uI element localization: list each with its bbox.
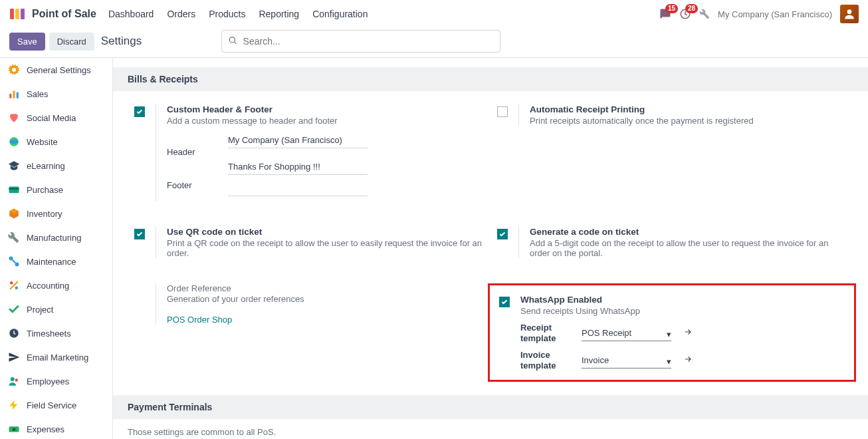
cash-icon xyxy=(8,423,20,435)
messages-badge: 15 xyxy=(665,4,678,13)
header-input[interactable] xyxy=(228,132,368,148)
nav-reporting[interactable]: Reporting xyxy=(259,9,299,19)
sidebar-item-label: Timesheets xyxy=(27,329,71,339)
setting-title: WhatsApp Enabled xyxy=(520,295,845,305)
setting-title: Automatic Receipt Printing xyxy=(530,104,847,114)
nav-configuration[interactable]: Configuration xyxy=(312,9,368,19)
svg-rect-9 xyxy=(17,92,19,98)
percent-icon xyxy=(8,279,20,291)
user-avatar[interactable] xyxy=(840,5,859,23)
sidebar-item-label: eLearning xyxy=(27,161,65,171)
external-link-icon[interactable] xyxy=(683,327,693,339)
users-icon xyxy=(8,375,20,387)
debug-icon[interactable] xyxy=(699,9,710,19)
send-icon xyxy=(8,351,20,363)
footer-value-input[interactable] xyxy=(228,159,368,175)
sidebar-item-label: Expenses xyxy=(27,424,64,434)
receipt-template-select[interactable]: ▾ xyxy=(582,325,671,341)
sidebar-item-label: Social Media xyxy=(27,113,76,123)
header-label: Header xyxy=(167,132,221,157)
svg-rect-0 xyxy=(10,9,14,19)
payment-terminals-note: Those settings are common to all PoS. xyxy=(113,419,868,439)
sidebar-item-project[interactable]: Project xyxy=(0,297,112,321)
section-payment-terminals: Payment Terminals xyxy=(113,395,868,419)
setting-desc: Generation of your order references xyxy=(167,294,484,304)
search-input[interactable] xyxy=(221,30,500,53)
sidebar-item-website[interactable]: Website xyxy=(0,130,112,154)
clock-icon xyxy=(8,327,20,339)
actionbar: Save Discard Settings xyxy=(0,28,868,57)
search-wrap xyxy=(221,30,500,53)
check-icon xyxy=(8,303,20,315)
svg-point-16 xyxy=(10,281,13,285)
sidebar-item-field-service[interactable]: Field Service xyxy=(0,393,112,417)
setting-title: Order Reference xyxy=(167,283,484,293)
sidebar-item-social[interactable]: Social Media xyxy=(0,106,112,130)
sidebar-item-general[interactable]: General Settings xyxy=(0,58,112,82)
svg-rect-7 xyxy=(9,94,11,98)
sidebar-item-elearning[interactable]: eLearning xyxy=(0,154,112,178)
invoice-template-input[interactable] xyxy=(582,353,671,368)
svg-point-22 xyxy=(13,428,16,431)
sidebar-item-label: Manufacturing xyxy=(27,233,81,243)
invoice-template-select[interactable]: ▾ xyxy=(582,353,671,368)
setting-title: Custom Header & Footer xyxy=(167,104,484,114)
settings-sidebar[interactable]: General Settings Sales Social Media Webs… xyxy=(0,58,113,439)
svg-point-15 xyxy=(15,263,19,267)
svg-point-4 xyxy=(847,9,852,14)
setting-desc: Add a 5-digit code on the receipt to all… xyxy=(530,238,847,258)
nav-products[interactable]: Products xyxy=(209,9,245,19)
checkbox-whatsapp[interactable] xyxy=(499,297,510,307)
setting-desc: Print a QR code on the receipt to allow … xyxy=(167,238,484,258)
activities-icon[interactable]: 28 xyxy=(679,8,691,20)
setting-desc: Print receipts automatically once the pa… xyxy=(530,116,847,126)
svg-point-19 xyxy=(11,377,15,381)
wrench-icon xyxy=(8,231,20,243)
svg-point-17 xyxy=(15,287,19,290)
checkbox-custom-header[interactable] xyxy=(134,106,145,117)
sidebar-item-label: Field Service xyxy=(27,400,76,410)
app-title[interactable]: Point of Sale xyxy=(32,8,96,20)
sidebar-item-timesheets[interactable]: Timesheets xyxy=(0,321,112,345)
top-nav: Dashboard Orders Products Reporting Conf… xyxy=(108,9,368,19)
messages-icon[interactable]: 15 xyxy=(659,8,671,20)
app-icon xyxy=(9,6,25,22)
receipt-template-label: Receipt template xyxy=(520,323,575,343)
sidebar-item-maintenance[interactable]: Maintenance xyxy=(0,249,112,273)
tool-icon xyxy=(8,255,20,267)
sidebar-item-expenses[interactable]: Expenses xyxy=(0,417,112,439)
sidebar-item-accounting[interactable]: Accounting xyxy=(0,273,112,297)
footer-label: Footer xyxy=(167,180,221,190)
setting-desc: Send receipts Using WhatsApp xyxy=(520,306,845,316)
receipt-template-input[interactable] xyxy=(582,325,671,341)
sidebar-item-inventory[interactable]: Inventory xyxy=(0,202,112,225)
svg-line-6 xyxy=(234,42,236,44)
nav-orders[interactable]: Orders xyxy=(167,9,195,19)
checkbox-auto-receipt[interactable] xyxy=(497,106,508,117)
sidebar-item-sales[interactable]: Sales xyxy=(0,82,112,106)
section-bills-receipts: Bills & Receipts xyxy=(113,67,868,91)
svg-point-14 xyxy=(9,257,13,261)
save-button[interactable]: Save xyxy=(9,33,45,51)
activities-badge: 28 xyxy=(685,4,698,13)
checkbox-generate-code[interactable] xyxy=(497,229,508,239)
nav-dashboard[interactable]: Dashboard xyxy=(108,9,154,19)
setting-auto-receipt: Automatic Receipt Printing Print receipt… xyxy=(497,104,847,214)
graduation-icon xyxy=(8,160,20,172)
sidebar-item-employees[interactable]: Employees xyxy=(0,369,112,393)
gear-icon xyxy=(8,64,20,76)
settings-main[interactable]: Bills & Receipts Custom Header & Footer … xyxy=(113,58,868,439)
checkbox-qr-code[interactable] xyxy=(134,229,145,239)
sidebar-item-purchase[interactable]: Purchase xyxy=(0,178,112,202)
box-icon xyxy=(8,208,20,220)
sidebar-item-email[interactable]: Email Marketing xyxy=(0,345,112,369)
footer-input[interactable] xyxy=(228,180,368,196)
company-selector[interactable]: My Company (San Francisco) xyxy=(718,9,832,19)
external-link-icon[interactable] xyxy=(683,355,693,366)
order-reference-link[interactable]: POS Order Shop xyxy=(167,315,232,325)
svg-rect-1 xyxy=(15,9,19,19)
heart-icon xyxy=(8,112,20,124)
sidebar-item-manufacturing[interactable]: Manufacturing xyxy=(0,225,112,249)
discard-button[interactable]: Discard xyxy=(49,33,94,51)
globe-icon xyxy=(8,136,20,148)
